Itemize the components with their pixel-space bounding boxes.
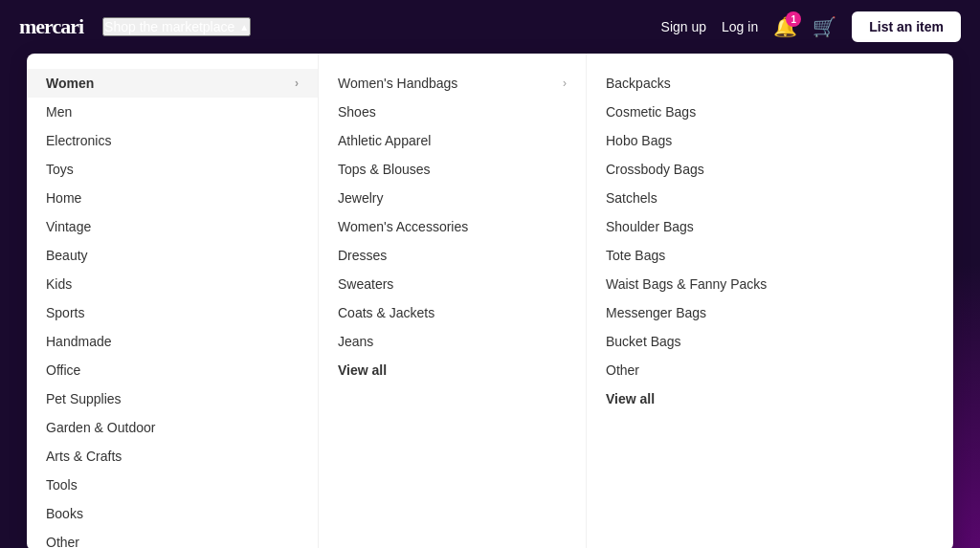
subcategory-item-dresses[interactable]: Dresses: [319, 241, 586, 270]
sidebar-item-books[interactable]: Books: [27, 499, 318, 528]
list-item-button[interactable]: List an item: [852, 11, 961, 42]
sidebar-item-kids[interactable]: Kids: [27, 270, 318, 298]
navigation-dropdown: Women›MenElectronicsToysHomeVintageBeaut…: [27, 54, 953, 548]
header-actions: Sign up Log in 🔔 1 🛒 List an item: [661, 11, 961, 42]
subcategory-item-shoes[interactable]: Shoes: [319, 98, 586, 126]
sidebar-item-men[interactable]: Men: [27, 98, 318, 126]
sidebar-item-electronics[interactable]: Electronics: [27, 126, 318, 155]
header: mercari Shop the marketplace ▲ Sign up L…: [0, 0, 980, 54]
tertiary-item-messenger-bags[interactable]: Messenger Bags: [587, 298, 953, 327]
sidebar-item-beauty[interactable]: Beauty: [27, 241, 318, 270]
sidebar-item-toys[interactable]: Toys: [27, 155, 318, 184]
sidebar-item-garden--outdoor[interactable]: Garden & Outdoor: [27, 413, 318, 442]
chevron-down-icon: ▲: [239, 22, 249, 33]
chevron-right-icon: ›: [563, 77, 567, 90]
sidebar-item-vintage[interactable]: Vintage: [27, 212, 318, 241]
subcategory-column: Women's Handbags›ShoesAthletic ApparelTo…: [319, 54, 587, 548]
signup-button[interactable]: Sign up: [661, 19, 706, 34]
category-column: Women›MenElectronicsToysHomeVintageBeaut…: [27, 54, 319, 548]
tertiary-item-crossbody-bags[interactable]: Crossbody Bags: [587, 155, 953, 184]
sidebar-item-pet-supplies[interactable]: Pet Supplies: [27, 384, 318, 413]
logo: mercari: [19, 14, 83, 39]
tertiary-column: BackpacksCosmetic BagsHobo BagsCrossbody…: [587, 54, 953, 548]
sidebar-item-tools[interactable]: Tools: [27, 471, 318, 499]
tertiary-item-shoulder-bags[interactable]: Shoulder Bags: [587, 212, 953, 241]
sidebar-item-office[interactable]: Office: [27, 356, 318, 384]
tertiary-item-bucket-bags[interactable]: Bucket Bags: [587, 327, 953, 356]
tertiary-item-other[interactable]: Other: [587, 356, 953, 384]
sidebar-item-other[interactable]: Other: [27, 528, 318, 548]
tertiary-item-satchels[interactable]: Satchels: [587, 184, 953, 212]
sidebar-item-women[interactable]: Women›: [27, 69, 318, 98]
tertiary-item-hobo-bags[interactable]: Hobo Bags: [587, 126, 953, 155]
subcategory-item-tops--blouses[interactable]: Tops & Blouses: [319, 155, 586, 184]
tertiary-item-waist-bags--fanny-packs[interactable]: Waist Bags & Fanny Packs: [587, 270, 953, 298]
shop-marketplace-label: Shop the marketplace: [104, 19, 234, 34]
sidebar-item-sports[interactable]: Sports: [27, 298, 318, 327]
subcategory-item-jeans[interactable]: Jeans: [319, 327, 586, 356]
cart-button[interactable]: 🛒: [813, 15, 836, 38]
notifications-button[interactable]: 🔔 1: [773, 15, 797, 38]
subcategory-item-sweaters[interactable]: Sweaters: [319, 270, 586, 298]
shop-marketplace-button[interactable]: Shop the marketplace ▲: [102, 17, 251, 36]
subcategory-item-jewelry[interactable]: Jewelry: [319, 184, 586, 212]
subcategory-item-view-all[interactable]: View all: [319, 356, 586, 384]
chevron-right-icon: ›: [295, 77, 299, 90]
login-button[interactable]: Log in: [722, 19, 758, 34]
tertiary-item-backpacks[interactable]: Backpacks: [587, 69, 953, 98]
subcategory-item-coats--jackets[interactable]: Coats & Jackets: [319, 298, 586, 327]
tertiary-item-view-all[interactable]: View all: [587, 384, 953, 413]
sidebar-item-arts--crafts[interactable]: Arts & Crafts: [27, 442, 318, 471]
notification-badge: 1: [786, 11, 801, 27]
sidebar-item-handmade[interactable]: Handmade: [27, 327, 318, 356]
subcategory-item-womens-accessories[interactable]: Women's Accessories: [319, 212, 586, 241]
tertiary-item-tote-bags[interactable]: Tote Bags: [587, 241, 953, 270]
subcategory-item-womens-handbags[interactable]: Women's Handbags›: [319, 69, 586, 98]
tertiary-item-cosmetic-bags[interactable]: Cosmetic Bags: [587, 98, 953, 126]
sidebar-item-home[interactable]: Home: [27, 184, 318, 212]
subcategory-item-athletic-apparel[interactable]: Athletic Apparel: [319, 126, 586, 155]
